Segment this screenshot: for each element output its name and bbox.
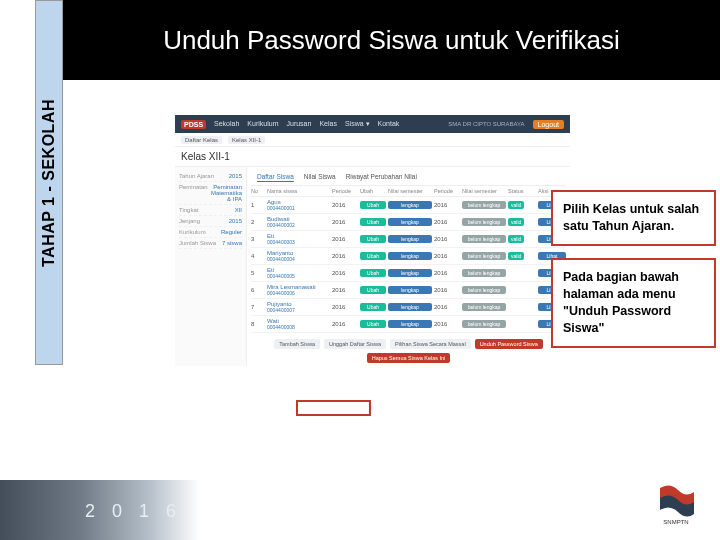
nilai-button[interactable]: lengkap <box>388 303 432 311</box>
slide-title: Unduh Password Siswa untuk Verifikasi <box>163 24 620 57</box>
ubah-button[interactable]: Ubah <box>360 235 386 243</box>
table-row: 3Eti00044000032016Ubahlengkap2016belum l… <box>251 231 566 248</box>
ubah-button[interactable]: Ubah <box>360 201 386 209</box>
nilai-button[interactable]: lengkap <box>388 252 432 260</box>
footer-year: 2 0 1 6 <box>85 501 182 522</box>
nav-item[interactable]: Jurusan <box>286 120 311 128</box>
ubah-button[interactable]: Ubah <box>360 286 386 294</box>
col-header: Nama siswa <box>267 188 330 194</box>
nilai2-button[interactable]: belum lengkap <box>462 252 506 260</box>
flag-icon <box>656 484 696 518</box>
ubah-button[interactable]: Ubah <box>360 269 386 277</box>
snmptn-logo: SNMPTN <box>650 478 702 530</box>
callout-unduh-password: Pada bagian bawah halaman ada menu "Undu… <box>551 258 716 348</box>
nilai-button[interactable]: lengkap <box>388 218 432 226</box>
slide-title-bar: Unduh Password Siswa untuk Verifikasi <box>63 0 720 80</box>
nilai2-button[interactable]: belum lengkap <box>462 235 506 243</box>
ubah-button[interactable]: Ubah <box>360 252 386 260</box>
col-header: Periode <box>434 188 460 194</box>
nilai2-button[interactable]: belum lengkap <box>462 286 506 294</box>
tab[interactable]: Nilai Siswa <box>304 173 336 182</box>
tab[interactable]: Riwayat Perubahan Nilai <box>346 173 417 182</box>
navbar-items: SekolahKurikulumJurusanKelasSiswa ▾Konta… <box>214 120 399 128</box>
table-row: 4Mariyanto00044000042016Ubahlengkap2016b… <box>251 248 566 265</box>
navbar: PDSS SekolahKurikulumJurusanKelasSiswa ▾… <box>175 115 570 133</box>
table-row: 1Agus00044000012016Ubahlengkap2016belum … <box>251 197 566 214</box>
sidebar-row: TingkatXII <box>179 205 242 216</box>
ubah-button[interactable]: Ubah <box>360 218 386 226</box>
nilai-button[interactable]: lengkap <box>388 201 432 209</box>
nilai-button[interactable]: lengkap <box>388 269 432 277</box>
col-header: Nilai semester <box>388 188 432 194</box>
side-tab: TAHAP 1 - SEKOLAH <box>35 0 63 365</box>
nilai2-button[interactable]: belum lengkap <box>462 269 506 277</box>
col-header: Status <box>508 188 536 194</box>
ubah-button[interactable]: Ubah <box>360 320 386 328</box>
sidebar-row: Tahun Ajaran2015 <box>179 171 242 182</box>
student-table: Daftar SiswaNilai SiswaRiwayat Perubahan… <box>247 167 570 366</box>
sidebar-row: PeminatanPeminatan Matematika & IPA <box>179 182 242 205</box>
nilai2-button[interactable]: belum lengkap <box>462 201 506 209</box>
nilai2-button[interactable]: belum lengkap <box>462 303 506 311</box>
callout-pilih-kelas: Pilih Kelas untuk salah satu Tahun Ajara… <box>551 190 716 246</box>
page-tabs: Daftar SiswaNilai SiswaRiwayat Perubahan… <box>251 170 566 186</box>
tab[interactable]: Daftar Siswa <box>257 173 294 182</box>
sidebar-row: KurikulumReguler <box>179 227 242 238</box>
nilai2-button[interactable]: belum lengkap <box>462 218 506 226</box>
logout-button[interactable]: Logout <box>533 120 564 129</box>
app-screenshot: PDSS SekolahKurikulumJurusanKelasSiswa ▾… <box>175 115 570 420</box>
breadcrumb-item[interactable]: Daftar Kelas <box>181 136 222 144</box>
footer-button[interactable]: Unduh Password Siswa <box>475 339 543 349</box>
ubah-button[interactable]: Ubah <box>360 303 386 311</box>
brand-logo: PDSS <box>181 120 206 129</box>
table-row: 2Budiwati00044000022016Ubahlengkap2016be… <box>251 214 566 231</box>
table-row: 8Wati00044000082016Ubahlengkap2016belum … <box>251 316 566 333</box>
breadcrumb: Daftar Kelas Kelas XII-1 <box>175 133 570 147</box>
side-tab-label: TAHAP 1 - SEKOLAH <box>40 99 58 267</box>
footer-button[interactable]: Tambah Siswa <box>274 339 320 349</box>
nav-item[interactable]: Sekolah <box>214 120 239 128</box>
table-row: 7Pujiyanto00044000072016Ubahlengkap2016b… <box>251 299 566 316</box>
nilai-button[interactable]: lengkap <box>388 286 432 294</box>
sidebar-row: Jenjang2015 <box>179 216 242 227</box>
nav-item[interactable]: Siswa ▾ <box>345 120 370 128</box>
table-header: NoNama siswaPeriodeUbahNilai semesterPer… <box>251 186 566 197</box>
highlight-unduh-password <box>296 400 371 416</box>
footer-button[interactable]: Hapus Semua Siswa Kelas Ini <box>367 353 451 363</box>
col-header: Nilai semester <box>462 188 506 194</box>
footer-actions: Tambah SiswaUnggah Daftar SiswaPilihan S… <box>251 339 566 363</box>
col-header: No <box>251 188 265 194</box>
col-header: Periode <box>332 188 358 194</box>
table-row: 5Eti00044000052016Ubahlengkap2016belum l… <box>251 265 566 282</box>
table-row: 6Mira Lesmanawati00044000062016Ubahlengk… <box>251 282 566 299</box>
footer-button[interactable]: Unggah Daftar Siswa <box>324 339 386 349</box>
nilai2-button[interactable]: belum lengkap <box>462 320 506 328</box>
info-sidebar: Tahun Ajaran2015PeminatanPeminatan Matem… <box>175 167 247 366</box>
navbar-user: SMA DR CIPTO SURABAYA <box>448 121 524 127</box>
footer-button[interactable]: Pilihan Siswa Secara Massal <box>390 339 471 349</box>
nilai-button[interactable]: lengkap <box>388 235 432 243</box>
nav-item[interactable]: Kurikulum <box>247 120 278 128</box>
sidebar-row: Jumlah Siswa7 siswa <box>179 238 242 249</box>
col-header: Ubah <box>360 188 386 194</box>
nav-item[interactable]: Kontak <box>378 120 400 128</box>
logo-caption: SNMPTN <box>663 519 688 525</box>
breadcrumb-item[interactable]: Kelas XII-1 <box>228 136 265 144</box>
nav-item[interactable]: Kelas <box>319 120 337 128</box>
nilai-button[interactable]: lengkap <box>388 320 432 328</box>
page-title: Kelas XII-1 <box>175 147 570 167</box>
